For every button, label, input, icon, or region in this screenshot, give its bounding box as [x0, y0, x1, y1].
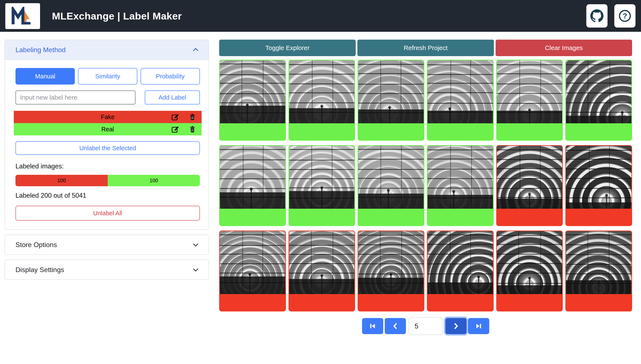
image-label-strip — [497, 209, 562, 226]
svg-text:?: ? — [622, 12, 627, 20]
app-header: MLExchange | Label Maker ? — [0, 0, 641, 32]
add-label-button[interactable]: Add Label — [145, 90, 200, 104]
main-content: Toggle Explorer Refresh Project Clear Im… — [219, 40, 632, 335]
image-card[interactable] — [427, 145, 494, 226]
image-card[interactable] — [565, 230, 632, 312]
page-input[interactable] — [409, 317, 443, 335]
xray-image — [220, 146, 285, 209]
github-icon — [590, 9, 603, 22]
first-page-button[interactable] — [362, 318, 383, 334]
image-label-strip — [566, 294, 631, 311]
next-page-button[interactable] — [445, 318, 466, 334]
store-options-header[interactable]: Store Options — [5, 235, 209, 254]
delete-label-button[interactable] — [188, 125, 197, 134]
image-label-strip — [566, 123, 631, 140]
xray-image — [497, 146, 562, 209]
xray-image — [566, 231, 631, 294]
labeled-summary: Labeled 200 out of 5041 — [16, 192, 200, 199]
image-card[interactable] — [496, 145, 563, 226]
toggle-explorer-button[interactable]: Toggle Explorer — [219, 40, 356, 56]
xray-image — [428, 146, 493, 209]
xray-image — [497, 60, 562, 123]
image-card[interactable] — [358, 145, 424, 226]
image-card[interactable] — [219, 145, 286, 226]
image-label-strip — [220, 209, 285, 226]
xray-image — [428, 231, 493, 294]
image-label-strip — [289, 294, 355, 311]
chevron-down-icon — [192, 266, 200, 274]
toolbar: Toggle Explorer Refresh Project Clear Im… — [219, 40, 632, 56]
mlexchange-logo[interactable] — [5, 3, 40, 29]
xray-image — [497, 231, 562, 294]
xray-image — [289, 60, 355, 123]
app-title: MLExchange | Label Maker — [52, 10, 182, 22]
image-card[interactable] — [358, 60, 424, 141]
image-card[interactable] — [565, 60, 632, 141]
clear-images-button[interactable]: Clear Images — [496, 40, 632, 56]
xray-image — [566, 60, 631, 123]
image-label-strip — [428, 294, 493, 311]
label-list: Fake — [16, 111, 200, 136]
last-page-button[interactable] — [468, 318, 489, 334]
image-label-strip — [358, 294, 424, 311]
progress-real-count: 100 — [108, 175, 200, 186]
store-options-title: Store Options — [16, 241, 57, 249]
image-card[interactable] — [565, 145, 632, 226]
image-label-strip — [289, 123, 355, 140]
chevron-right-icon — [452, 322, 460, 330]
header-actions: ? — [586, 4, 635, 28]
skip-start-icon — [369, 322, 377, 330]
previous-page-button[interactable] — [385, 318, 406, 334]
delete-label-button[interactable] — [188, 112, 197, 122]
labeling-method-header[interactable]: Labeling Method — [5, 40, 209, 60]
new-label-input[interactable] — [16, 90, 136, 104]
label-row-fake[interactable]: Fake — [14, 111, 202, 123]
image-card[interactable] — [219, 230, 286, 312]
edit-label-button[interactable] — [171, 112, 180, 122]
image-label-strip — [289, 209, 355, 226]
image-card[interactable] — [289, 230, 355, 312]
unlabel-selected-button[interactable]: Unlabel the Selected — [16, 141, 200, 155]
chevron-down-icon — [192, 241, 200, 249]
image-card[interactable] — [427, 60, 494, 141]
display-settings-header[interactable]: Display Settings — [5, 260, 209, 280]
xray-image — [220, 231, 285, 294]
image-card[interactable] — [289, 60, 355, 141]
image-card[interactable] — [289, 145, 355, 226]
unlabel-all-button[interactable]: Unlabel All — [16, 206, 200, 220]
skip-end-icon — [475, 322, 483, 330]
image-card[interactable] — [496, 230, 563, 312]
image-card[interactable] — [427, 230, 494, 312]
xray-image — [566, 146, 631, 209]
display-settings-title: Display Settings — [16, 266, 64, 274]
labeling-method-body: Manual Similarity Probability Add Label … — [5, 60, 209, 230]
edit-icon — [171, 125, 179, 133]
image-label-strip — [358, 123, 424, 140]
edit-label-button[interactable] — [171, 125, 180, 134]
image-card[interactable] — [358, 230, 424, 312]
image-label-strip — [220, 123, 285, 140]
tab-manual[interactable]: Manual — [16, 68, 75, 84]
labeled-images-caption: Labeled images: — [16, 162, 200, 170]
chevron-left-icon — [391, 322, 399, 330]
github-button[interactable] — [586, 4, 607, 28]
labeled-progress: 100 100 — [16, 175, 200, 186]
tab-probability[interactable]: Probability — [141, 68, 200, 84]
sidebar: Labeling Method Manual Similarity Probab… — [5, 40, 209, 335]
trash-icon — [189, 113, 196, 121]
help-button[interactable]: ? — [614, 4, 635, 28]
xray-image — [358, 231, 424, 294]
display-settings-card: Display Settings — [5, 260, 209, 280]
refresh-project-button[interactable]: Refresh Project — [357, 40, 494, 56]
pagination — [219, 317, 632, 335]
image-card[interactable] — [496, 60, 563, 141]
xray-image — [428, 60, 493, 123]
label-row-real[interactable]: Real — [14, 123, 202, 136]
tab-similarity[interactable]: Similarity — [78, 68, 137, 84]
image-card[interactable] — [219, 60, 286, 141]
labeling-method-title: Labeling Method — [16, 46, 66, 54]
xray-image — [358, 146, 424, 209]
image-label-strip — [497, 123, 562, 140]
image-grid — [219, 60, 632, 312]
image-label-strip — [428, 123, 493, 140]
